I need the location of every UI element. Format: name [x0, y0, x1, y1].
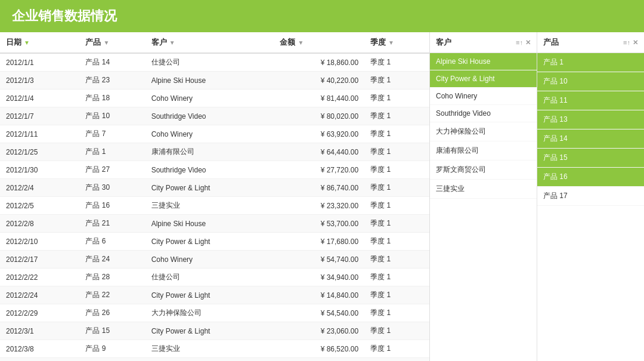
- cell-product: 产品 23: [79, 72, 145, 90]
- cell-date: 2012/1/11: [0, 125, 79, 143]
- customer-filter-item[interactable]: 三捷实业: [430, 180, 537, 199]
- customer-filter-item[interactable]: Southridge Video: [430, 105, 537, 122]
- cell-season: 季度 1: [364, 72, 429, 90]
- product-filter-clear-icon[interactable]: ✕: [633, 39, 638, 47]
- product-filter-icons: ≡↑ ✕: [623, 39, 638, 47]
- cell-amount: ¥ 14,840.00: [274, 286, 364, 304]
- customer-filter-item[interactable]: 康浦有限公司: [430, 141, 537, 161]
- cell-date: 2012/1/4: [0, 90, 79, 107]
- cell-season: 季度 1: [364, 143, 429, 161]
- cell-product: 产品 27: [79, 161, 145, 179]
- table-row: 2012/2/24 产品 22 City Power & Light ¥ 14,…: [0, 286, 429, 304]
- table-row: 2012/2/10 产品 6 City Power & Light ¥ 17,6…: [0, 233, 429, 251]
- customer-filter-item[interactable]: 罗斯文商贸公司: [430, 161, 537, 180]
- cell-season: 季度 1: [364, 304, 429, 322]
- product-filter-item[interactable]: 产品 10: [537, 72, 644, 91]
- product-filter-item[interactable]: 产品 15: [537, 149, 644, 168]
- cell-customer: 三捷实业: [145, 340, 274, 358]
- cell-product: 产品 16: [79, 358, 145, 362]
- table-container[interactable]: 日期 ▼ 产品 ▼ 客户: [0, 32, 429, 361]
- cell-product: 产品 9: [79, 340, 145, 358]
- cell-product: 产品 16: [79, 197, 145, 215]
- cell-product: 产品 24: [79, 251, 145, 269]
- cell-product: 产品 28: [79, 269, 145, 286]
- customer-filter-item[interactable]: 大力神保险公司: [430, 122, 537, 141]
- cell-season: 季度 1: [364, 358, 429, 362]
- col-season[interactable]: 季度 ▼: [364, 32, 429, 53]
- col-customer[interactable]: 客户 ▼: [145, 32, 274, 53]
- cell-date: 2012/3/8: [0, 340, 79, 358]
- cell-season: 季度 1: [364, 322, 429, 340]
- customer-filter-item[interactable]: City Power & Light: [430, 70, 537, 88]
- cell-amount: ¥ 86,740.00: [274, 179, 364, 197]
- table-row: 2012/3/1 产品 15 City Power & Light ¥ 23,0…: [0, 322, 429, 340]
- table-row: 2012/3/14 产品 16 Alpine Ski House ¥ 35,94…: [0, 358, 429, 362]
- filter-icon-amount: ▼: [298, 39, 304, 46]
- product-filter-item[interactable]: 产品 14: [537, 129, 644, 149]
- customer-filter-header: 客户 ≡↑ ✕: [430, 32, 537, 53]
- col-product[interactable]: 产品 ▼: [79, 32, 145, 53]
- cell-date: 2012/3/1: [0, 322, 79, 340]
- cell-date: 2012/1/25: [0, 143, 79, 161]
- customer-filter-item[interactable]: Coho Winery: [430, 88, 537, 105]
- cell-customer: 大力神保险公司: [145, 304, 274, 322]
- cell-customer: Alpine Ski House: [145, 358, 274, 362]
- cell-amount: ¥ 35,940.00: [274, 358, 364, 362]
- cell-customer: Southridge Video: [145, 107, 274, 125]
- cell-amount: ¥ 23,320.00: [274, 197, 364, 215]
- cell-season: 季度 1: [364, 125, 429, 143]
- cell-amount: ¥ 80,020.00: [274, 107, 364, 125]
- cell-product: 产品 21: [79, 215, 145, 233]
- cell-amount: ¥ 53,700.00: [274, 215, 364, 233]
- product-filter-item[interactable]: 产品 1: [537, 53, 644, 72]
- cell-product: 产品 14: [79, 53, 145, 72]
- filter-sort-icon[interactable]: ≡↑: [516, 39, 523, 47]
- cell-amount: ¥ 54,740.00: [274, 251, 364, 269]
- cell-amount: ¥ 18,860.00: [274, 53, 364, 72]
- filter-clear-icon[interactable]: ✕: [525, 39, 531, 47]
- table-row: 2012/2/17 产品 24 Coho Winery ¥ 54,740.00 …: [0, 251, 429, 269]
- cell-date: 2012/2/17: [0, 251, 79, 269]
- cell-season: 季度 1: [364, 340, 429, 358]
- table-row: 2012/1/25 产品 1 康浦有限公司 ¥ 64,440.00 季度 1: [0, 143, 429, 161]
- product-filter-sort-icon[interactable]: ≡↑: [623, 39, 630, 47]
- cell-amount: ¥ 40,220.00: [274, 72, 364, 90]
- customer-filter-col: 客户 ≡↑ ✕ Alpine Ski HouseCity Power & Lig…: [430, 32, 537, 361]
- cell-date: 2012/2/10: [0, 233, 79, 251]
- product-filter-item[interactable]: 产品 16: [537, 168, 644, 187]
- cell-customer: City Power & Light: [145, 322, 274, 340]
- cell-amount: ¥ 81,440.00: [274, 90, 364, 107]
- product-filter-item[interactable]: 产品 11: [537, 91, 644, 110]
- cell-customer: City Power & Light: [145, 286, 274, 304]
- cell-date: 2012/1/3: [0, 72, 79, 90]
- cell-season: 季度 1: [364, 179, 429, 197]
- cell-date: 2012/1/7: [0, 107, 79, 125]
- cell-customer: Coho Winery: [145, 125, 274, 143]
- product-filter-items: 产品 1产品 10产品 11产品 13产品 14产品 15产品 16产品 17: [537, 53, 644, 361]
- cell-customer: Coho Winery: [145, 90, 274, 107]
- table-row: 2012/2/4 产品 30 City Power & Light ¥ 86,7…: [0, 179, 429, 197]
- cell-date: 2012/1/30: [0, 161, 79, 179]
- cell-season: 季度 1: [364, 286, 429, 304]
- sort-icon-date: ▼: [24, 39, 30, 46]
- cell-customer: 仕捷公司: [145, 53, 274, 72]
- col-amount[interactable]: 金额 ▼: [274, 32, 364, 53]
- cell-customer: Southridge Video: [145, 161, 274, 179]
- col-date[interactable]: 日期 ▼: [0, 32, 79, 53]
- product-filter-item[interactable]: 产品 17: [537, 187, 644, 206]
- table-header-row: 日期 ▼ 产品 ▼ 客户: [0, 32, 429, 53]
- cell-amount: ¥ 27,720.00: [274, 161, 364, 179]
- cell-date: 2012/2/22: [0, 269, 79, 286]
- cell-amount: ¥ 63,920.00: [274, 125, 364, 143]
- table-row: 2012/1/1 产品 14 仕捷公司 ¥ 18,860.00 季度 1: [0, 53, 429, 72]
- product-filter-item[interactable]: 产品 13: [537, 110, 644, 129]
- cell-season: 季度 1: [364, 90, 429, 107]
- data-table-section: 日期 ▼ 产品 ▼ 客户: [0, 32, 429, 361]
- customer-filter-item[interactable]: Alpine Ski House: [430, 53, 537, 70]
- cell-date: 2012/2/4: [0, 179, 79, 197]
- page-title: 企业销售数据情况: [12, 8, 117, 23]
- table-row: 2012/1/11 产品 7 Coho Winery ¥ 63,920.00 季…: [0, 125, 429, 143]
- product-filter-header: 产品 ≡↑ ✕: [537, 32, 644, 53]
- table-row: 2012/1/3 产品 23 Alpine Ski House ¥ 40,220…: [0, 72, 429, 90]
- table-body: 2012/1/1 产品 14 仕捷公司 ¥ 18,860.00 季度 1 201…: [0, 53, 429, 361]
